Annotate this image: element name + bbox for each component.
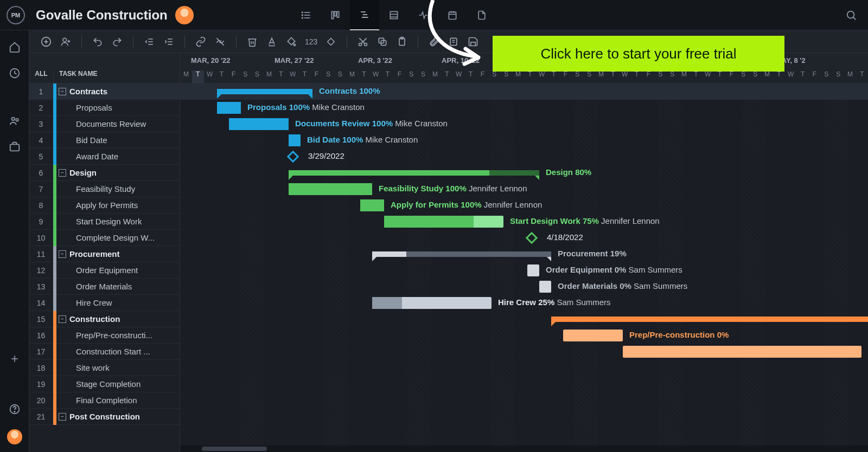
- row-number: 11: [29, 250, 53, 259]
- undo-icon[interactable]: [90, 34, 106, 50]
- view-calendar-icon[interactable]: [438, 0, 467, 30]
- task-row[interactable]: 8Apply for Permits: [29, 197, 180, 214]
- percent-complete-icon[interactable]: 123: [303, 34, 320, 50]
- add-user-icon[interactable]: [58, 34, 74, 50]
- task-row[interactable]: 1−Contracts: [29, 83, 180, 100]
- gantt-chart[interactable]: MTWTFSSMTWTFSSMTWTFSSMTWTFSSMTWTFSSMTWTF…: [180, 53, 868, 452]
- gantt-task-bar[interactable]: [229, 118, 289, 130]
- task-row[interactable]: 11−Procurement: [29, 246, 180, 262]
- gantt-task-bar[interactable]: [360, 199, 384, 211]
- day-cell: F: [726, 70, 738, 83]
- bar-title: Hire Crew: [498, 298, 536, 307]
- gantt-summary-bar[interactable]: [551, 317, 868, 322]
- gantt-task-bar[interactable]: [372, 297, 492, 309]
- bar-label: 4/18/2022: [547, 233, 583, 242]
- collapse-icon[interactable]: −: [59, 315, 66, 323]
- day-cell: T: [465, 70, 477, 83]
- paste-icon[interactable]: [394, 34, 410, 50]
- copy-icon[interactable]: [374, 34, 391, 50]
- task-row[interactable]: 21−Post Construction: [29, 409, 180, 425]
- fill-icon[interactable]: [283, 34, 299, 50]
- note-icon[interactable]: [445, 34, 462, 50]
- view-list-icon[interactable]: [291, 0, 321, 30]
- home-icon[interactable]: [9, 41, 21, 53]
- cta-free-trial-button[interactable]: Click here to start your free trial: [493, 36, 784, 72]
- gantt-row: [180, 327, 868, 344]
- task-row[interactable]: 10Complete Design W...: [29, 230, 180, 246]
- task-row[interactable]: 13Order Materials: [29, 279, 180, 295]
- task-row[interactable]: 16Prep/Pre-constructi...: [29, 327, 180, 344]
- task-row[interactable]: 7Feasibility Study: [29, 181, 180, 197]
- redo-icon[interactable]: [109, 34, 125, 50]
- recent-icon[interactable]: [9, 67, 21, 79]
- task-row[interactable]: 3Documents Review: [29, 116, 180, 132]
- task-row[interactable]: 4Bid Date: [29, 132, 180, 148]
- attach-icon[interactable]: [426, 34, 442, 50]
- gantt-row: [180, 392, 868, 409]
- help-icon[interactable]: [9, 403, 21, 415]
- bar-label: Design 80%: [546, 167, 591, 177]
- gantt-task-bar[interactable]: [563, 330, 623, 341]
- view-board-icon[interactable]: [321, 0, 350, 30]
- milestone-shape-icon[interactable]: [323, 34, 339, 50]
- text-style-icon[interactable]: [264, 34, 280, 50]
- trash-icon[interactable]: [244, 34, 260, 50]
- task-row[interactable]: 20Final Completion: [29, 392, 180, 409]
- task-name: Complete Design W...: [56, 233, 180, 242]
- indent-icon[interactable]: [161, 34, 177, 50]
- gantt-summary-bar[interactable]: [372, 251, 551, 257]
- gantt-summary-bar[interactable]: [289, 170, 539, 176]
- cut-icon[interactable]: [355, 34, 371, 50]
- link-icon[interactable]: [193, 34, 209, 50]
- task-row[interactable]: 14Hire Crew: [29, 295, 180, 311]
- team-icon[interactable]: [9, 115, 21, 127]
- gantt-task-bar[interactable]: [289, 183, 372, 195]
- col-taskname-header[interactable]: TASK NAME: [53, 70, 180, 83]
- view-gantt-icon[interactable]: [350, 0, 379, 30]
- task-name: Order Materials: [56, 282, 180, 291]
- gantt-task-bar[interactable]: [527, 264, 539, 276]
- unlink-icon[interactable]: [212, 34, 228, 50]
- user-avatar[interactable]: [7, 429, 22, 444]
- day-cell: S: [666, 70, 678, 83]
- col-all-header[interactable]: ALL: [29, 70, 53, 83]
- search-icon[interactable]: [845, 9, 857, 21]
- collapse-icon[interactable]: −: [59, 413, 66, 421]
- outdent-icon[interactable]: [141, 34, 157, 50]
- view-sheet-icon[interactable]: [379, 0, 409, 30]
- gantt-task-bar[interactable]: [539, 281, 551, 293]
- gantt-task-bar[interactable]: [384, 216, 503, 228]
- project-avatar[interactable]: [175, 6, 194, 24]
- project-title: Govalle Construction: [36, 8, 168, 23]
- collapse-icon[interactable]: −: [59, 88, 66, 95]
- save-icon[interactable]: [465, 34, 481, 50]
- task-row[interactable]: 9Start Design Work: [29, 214, 180, 230]
- task-row[interactable]: 12Order Equipment: [29, 262, 180, 279]
- svg-point-38: [293, 44, 295, 46]
- gantt-task-bar[interactable]: [289, 134, 301, 146]
- collapse-icon[interactable]: −: [59, 250, 66, 258]
- task-row[interactable]: 19Stage Completion: [29, 376, 180, 392]
- task-row[interactable]: 15−Construction: [29, 311, 180, 327]
- row-number: 13: [29, 282, 53, 291]
- bar-title: Order Equipment: [546, 265, 612, 274]
- task-row[interactable]: 18Site work: [29, 360, 180, 376]
- collapse-icon[interactable]: −: [59, 169, 66, 177]
- task-row[interactable]: 17Construction Start ...: [29, 344, 180, 360]
- add-task-icon[interactable]: [38, 34, 54, 50]
- app-logo[interactable]: PM: [7, 6, 25, 24]
- gantt-body[interactable]: Contracts 100%Proposals 100% Mike Cranst…: [180, 83, 868, 448]
- bar-percent: 100%: [458, 200, 482, 209]
- gantt-horizontal-scrollbar[interactable]: [180, 445, 868, 452]
- task-row[interactable]: 5Award Date: [29, 148, 180, 165]
- scrollbar-thumb[interactable]: [202, 447, 267, 451]
- gantt-task-bar[interactable]: [623, 346, 861, 358]
- view-activity-icon[interactable]: [409, 0, 438, 30]
- gantt-summary-bar[interactable]: [217, 89, 312, 94]
- view-files-icon[interactable]: [467, 0, 496, 30]
- task-row[interactable]: 2Proposals: [29, 100, 180, 116]
- task-row[interactable]: 6−Design: [29, 165, 180, 181]
- add-icon[interactable]: [9, 353, 20, 364]
- gantt-task-bar[interactable]: [217, 102, 241, 114]
- portfolio-icon[interactable]: [9, 141, 21, 153]
